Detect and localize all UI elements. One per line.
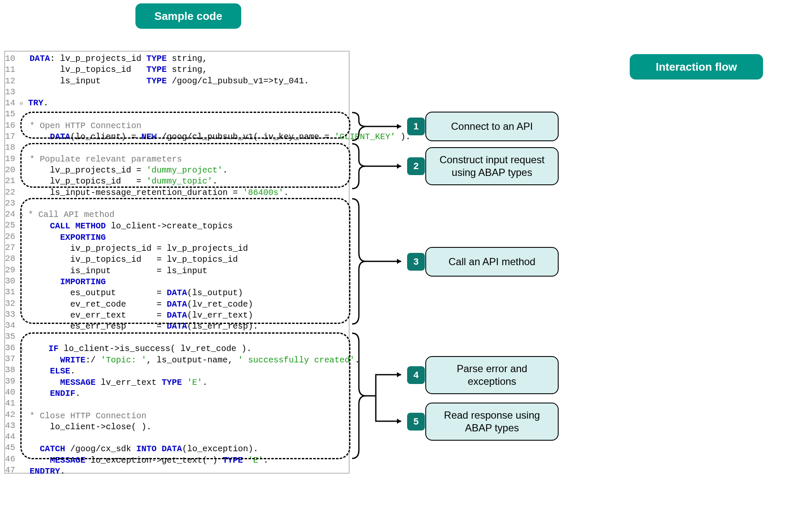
svg-marker-2 [397, 259, 401, 264]
svg-marker-3 [397, 372, 401, 377]
flow-box-1: Connect to an API [425, 112, 559, 141]
svg-marker-4 [397, 419, 401, 424]
flow-label-3: Call an API method [449, 255, 535, 268]
flow-box-5: Read response using ABAP types [425, 403, 559, 441]
interaction-flow-header: Interaction flow [630, 54, 763, 80]
svg-marker-1 [397, 164, 401, 169]
bracket-1 [351, 112, 406, 141]
bracket-3 [351, 198, 406, 325]
bracket-2 [351, 143, 406, 189]
flow-num-4: 4 [413, 370, 419, 381]
flow-label-2: Construct input request using ABAP types [434, 154, 550, 179]
flow-box-3: Call an API method [425, 247, 559, 277]
flow-num-2: 2 [413, 161, 419, 172]
sample-code-label: Sample code [154, 10, 222, 23]
flow-badge-3: 3 [407, 253, 425, 271]
flow-badge-1: 1 [407, 118, 425, 135]
bracket-4 [351, 332, 406, 459]
interaction-flow-label: Interaction flow [656, 60, 737, 74]
flow-label-5: Read response using ABAP types [434, 409, 550, 434]
code-panel: 1011121314151617181920212223242526272829… [4, 51, 350, 474]
code-gutter: 1011121314151617181920212223242526272829… [5, 52, 17, 473]
flow-badge-2: 2 [407, 157, 425, 175]
flow-badge-5: 5 [407, 413, 425, 431]
flow-num-5: 5 [413, 416, 419, 427]
flow-label-4: Parse error and exceptions [434, 362, 550, 388]
flow-label-1: Connect to an API [451, 120, 533, 133]
flow-num-1: 1 [413, 121, 419, 132]
flow-num-3: 3 [413, 256, 419, 267]
svg-marker-0 [397, 124, 401, 129]
sample-code-header: Sample code [135, 3, 241, 29]
flow-badge-4: 4 [407, 366, 425, 384]
flow-box-4: Parse error and exceptions [425, 356, 559, 394]
flow-box-2: Construct input request using ABAP types [425, 147, 559, 185]
